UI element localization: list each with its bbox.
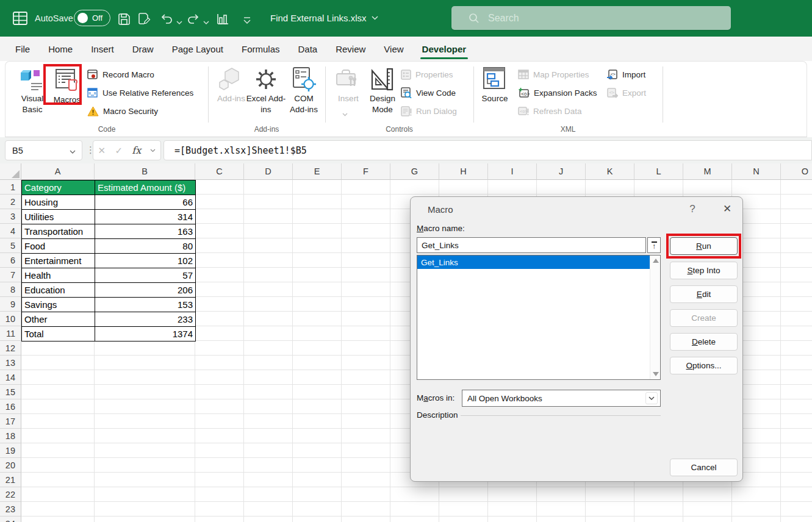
scroll-up-icon[interactable] — [653, 259, 659, 263]
grid-cell-O2[interactable] — [781, 195, 812, 209]
cell-category[interactable]: Savings — [22, 298, 95, 312]
grid-cell-C5[interactable] — [195, 238, 244, 253]
record-macro-button[interactable]: Record Macro — [87, 68, 154, 81]
redo-dropdown-icon[interactable] — [203, 16, 209, 27]
redo-icon[interactable] — [185, 11, 201, 27]
row-header-6[interactable]: 6 — [0, 253, 21, 268]
grid-cell-F1[interactable] — [342, 180, 390, 195]
grid-cell-F16[interactable] — [342, 399, 390, 414]
grid-cell-C2[interactable] — [195, 195, 244, 209]
column-header-O[interactable]: O — [781, 163, 812, 180]
cell-amount[interactable]: 57 — [95, 268, 196, 283]
edit-button[interactable]: Edit — [670, 285, 738, 303]
grid-cell-M24[interactable] — [683, 517, 732, 522]
grid-cell-A20[interactable] — [21, 458, 95, 473]
com-addins-button[interactable] — [290, 66, 317, 95]
formula-input[interactable]: =[Budget.xlsx]Sheet1!$B5 — [163, 140, 812, 160]
grid-cell-C12[interactable] — [195, 341, 244, 356]
grid-cell-O24[interactable] — [781, 517, 812, 522]
grid-cell-C8[interactable] — [195, 282, 244, 297]
column-header-D[interactable]: D — [244, 163, 293, 180]
save-icon[interactable] — [116, 11, 132, 27]
grid-cell-O14[interactable] — [781, 370, 812, 385]
grid-cell-E9[interactable] — [293, 297, 342, 312]
grid-cell-L22[interactable] — [634, 487, 683, 502]
grid-cell-B22[interactable] — [95, 487, 195, 502]
grid-cell-D14[interactable] — [244, 370, 293, 385]
macro-security-button[interactable]: Macro Security — [87, 104, 158, 118]
column-header-G[interactable]: G — [390, 163, 439, 180]
row-header-17[interactable]: 17 — [0, 414, 21, 429]
search-input[interactable] — [488, 13, 708, 24]
grid-cell-N1[interactable] — [732, 180, 781, 195]
grid-cell-L24[interactable] — [634, 517, 683, 522]
grid-cell-C4[interactable] — [195, 224, 244, 238]
row-header-24[interactable]: 24 — [0, 517, 21, 522]
grid-cell-C19[interactable] — [195, 443, 244, 458]
grid-cell-F6[interactable] — [342, 253, 390, 268]
grid-cell-F15[interactable] — [342, 385, 390, 399]
expansion-packs-button[interactable]: <o> Expansion Packs — [518, 86, 597, 99]
row-header-2[interactable]: 2 — [0, 195, 21, 209]
grid-cell-O12[interactable] — [781, 341, 812, 356]
name-box-chevron-icon[interactable] — [70, 145, 76, 156]
grid-cell-O17[interactable] — [781, 414, 812, 429]
import-button[interactable]: <> Import — [606, 68, 645, 81]
visual-basic-button[interactable] — [19, 68, 45, 93]
grid-cell-D20[interactable] — [244, 458, 293, 473]
grid-cell-F22[interactable] — [342, 487, 390, 502]
row-header-18[interactable]: 18 — [0, 429, 21, 443]
cell-category[interactable]: Food — [22, 239, 95, 254]
row-header-23[interactable]: 23 — [0, 502, 21, 517]
grid-cell-D10[interactable] — [244, 312, 293, 326]
grid-cell-E1[interactable] — [293, 180, 342, 195]
grid-cell-E17[interactable] — [293, 414, 342, 429]
grid-cell-O8[interactable] — [781, 282, 812, 297]
grid-cell-F10[interactable] — [342, 312, 390, 326]
cell-amount[interactable]: 80 — [95, 239, 196, 254]
row-header-16[interactable]: 16 — [0, 399, 21, 414]
column-header-K[interactable]: K — [586, 163, 634, 180]
save-as-icon[interactable] — [137, 11, 153, 27]
grid-cell-E21[interactable] — [293, 473, 342, 487]
grid-cell-C22[interactable] — [195, 487, 244, 502]
grid-cell-F23[interactable] — [342, 502, 390, 517]
grid-cell-H1[interactable] — [439, 180, 488, 195]
grid-cell-E3[interactable] — [293, 209, 342, 224]
row-header-11[interactable]: 11 — [0, 326, 21, 341]
grid-cell-C6[interactable] — [195, 253, 244, 268]
grid-cell-D16[interactable] — [244, 399, 293, 414]
grid-cell-C7[interactable] — [195, 268, 244, 282]
grid-cell-C14[interactable] — [195, 370, 244, 385]
use-relative-references-button[interactable]: Use Relative References — [87, 86, 193, 99]
name-box[interactable]: B5 — [5, 140, 82, 160]
grid-cell-O19[interactable] — [781, 443, 812, 458]
grid-cell-D23[interactable] — [244, 502, 293, 517]
grid-cell-O23[interactable] — [781, 502, 812, 517]
delete-button[interactable]: Delete — [670, 333, 738, 351]
grid-cell-L23[interactable] — [634, 502, 683, 517]
macro-name-input[interactable]: Get_Links — [417, 237, 646, 253]
grid-cell-A23[interactable] — [21, 502, 95, 517]
grid-cell-C10[interactable] — [195, 312, 244, 326]
fx-chevron-icon[interactable] — [150, 147, 156, 154]
column-header-A[interactable]: A — [21, 163, 95, 180]
cell-amount[interactable]: 233 — [95, 312, 196, 327]
cell-category[interactable]: Total — [22, 327, 95, 341]
grid-cell-C20[interactable] — [195, 458, 244, 473]
grid-cell-A16[interactable] — [21, 399, 95, 414]
chart-qat-icon[interactable] — [215, 11, 231, 27]
tab-home[interactable]: Home — [39, 38, 82, 60]
row-header-3[interactable]: 3 — [0, 209, 21, 224]
grid-cell-A19[interactable] — [21, 443, 95, 458]
step-into-button[interactable]: Step Into — [670, 262, 738, 279]
grid-cell-E16[interactable] — [293, 399, 342, 414]
dialog-help-icon[interactable]: ? — [685, 203, 700, 215]
cell-category[interactable]: Housing — [22, 195, 95, 210]
grid-cell-G23[interactable] — [390, 502, 439, 517]
grid-cell-E22[interactable] — [293, 487, 342, 502]
tab-review[interactable]: Review — [326, 38, 375, 60]
grid-cell-M1[interactable] — [683, 180, 732, 195]
grid-cell-A24[interactable] — [21, 517, 95, 522]
grid-cell-C16[interactable] — [195, 399, 244, 414]
